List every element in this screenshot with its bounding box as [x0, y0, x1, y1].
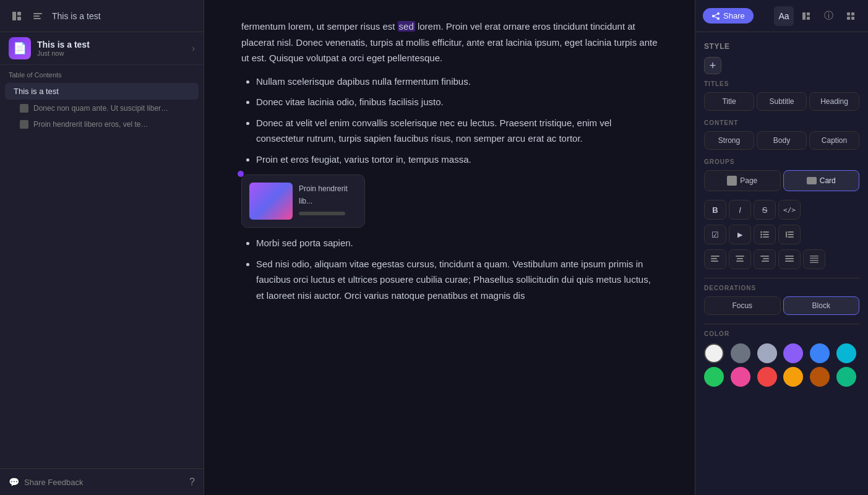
color-swatch-red[interactable]: [757, 367, 777, 387]
svg-line-10: [715, 17, 717, 18]
align-justify-icon: [785, 256, 794, 263]
caption-button[interactable]: Caption: [809, 131, 859, 150]
page-icon: [20, 104, 28, 113]
svg-rect-27: [788, 236, 794, 238]
toolbar-right-icons: Aa ⓘ: [774, 6, 861, 26]
list-item-6: Sed nisi odio, aliquam vitae egestas cur…: [256, 256, 658, 304]
feedback-help-icon[interactable]: ?: [189, 476, 195, 488]
list-item-2: Donec vitae lacinia odio, finibus facili…: [256, 94, 658, 110]
page-button[interactable]: Page: [704, 170, 781, 191]
doc-arrow-icon[interactable]: ›: [192, 43, 195, 53]
ordered-list-icon: [785, 231, 794, 238]
svg-rect-5: [33, 18, 41, 19]
toc-item-main[interactable]: This is a test: [5, 83, 199, 100]
main-editor[interactable]: fermentum lorem, ut semper risus est sed…: [204, 0, 695, 495]
color-swatch-light-purple[interactable]: [757, 343, 777, 363]
color-swatch-blue[interactable]: [810, 343, 830, 363]
color-swatch-orange[interactable]: [783, 367, 803, 387]
card-text: Proin hendrerit lib...: [299, 183, 357, 208]
doc-entry[interactable]: 📄 This is a test Just now ›: [0, 32, 204, 65]
svg-rect-12: [807, 12, 810, 15]
svg-point-6: [717, 12, 720, 15]
deco-row: Focus Block: [704, 296, 859, 315]
svg-rect-26: [788, 234, 794, 235]
svg-rect-32: [737, 258, 743, 259]
toc-sub-item-1[interactable]: Donec non quam ante. Ut suscipit liber…: [5, 101, 199, 116]
heading-button[interactable]: Heading: [809, 92, 859, 111]
style-panel-btn[interactable]: Aa: [774, 6, 794, 26]
svg-rect-2: [17, 17, 21, 20]
title-button[interactable]: Title: [704, 92, 754, 111]
share-icon: [711, 12, 720, 20]
italic-button[interactable]: I: [729, 200, 751, 220]
toc-sub-label-1: Donec non quam ante. Ut suscipit liber…: [33, 104, 168, 113]
layout-panel-icon: [802, 12, 810, 20]
align-left-icon: [711, 256, 720, 263]
svg-rect-15: [851, 12, 854, 15]
focus-button[interactable]: Focus: [704, 296, 781, 315]
layout-icon[interactable]: [9, 8, 25, 24]
add-element-button[interactable]: +: [704, 57, 721, 74]
card-thumbnail: [249, 183, 293, 220]
toggle-button[interactable]: ▶: [729, 225, 751, 244]
svg-rect-4: [33, 15, 40, 17]
checkbox-button[interactable]: ☑: [704, 225, 726, 244]
format-row-2: ☑ ▶: [704, 225, 859, 244]
strong-button[interactable]: Strong: [704, 131, 754, 150]
more-panel-btn[interactable]: [841, 6, 861, 26]
toc-sub-item-2[interactable]: Proin hendrerit libero eros, vel te…: [5, 117, 199, 132]
doc-title: This is a test: [37, 40, 186, 50]
paragraph-1: fermentum lorem, ut semper risus est sed…: [241, 19, 658, 66]
titles-btn-group: Title Subtitle Heading: [704, 92, 859, 111]
align-left-button[interactable]: [704, 249, 726, 269]
decorations-label: DECORATIONS: [704, 285, 859, 291]
bold-button[interactable]: B: [704, 200, 726, 220]
feedback-icon: 💬: [9, 477, 19, 487]
color-swatch-pink[interactable]: [731, 367, 750, 387]
block-button[interactable]: Block: [783, 296, 860, 315]
svg-rect-39: [785, 260, 794, 262]
svg-rect-37: [785, 256, 794, 257]
color-swatch-purple[interactable]: [783, 343, 803, 363]
svg-rect-16: [847, 17, 850, 20]
color-swatch-emerald[interactable]: [836, 367, 856, 387]
unordered-list-button[interactable]: [754, 225, 776, 244]
svg-rect-14: [847, 12, 850, 15]
color-swatch-cyan[interactable]: [836, 343, 856, 363]
color-swatch-white[interactable]: [704, 343, 724, 363]
svg-rect-13: [807, 17, 810, 20]
card-embed[interactable]: Proin hendrerit lib...: [241, 174, 365, 228]
share-feedback-button[interactable]: 💬 Share Feedback ?: [0, 468, 204, 495]
card-button[interactable]: Card: [783, 170, 860, 191]
align-center-button[interactable]: [729, 249, 751, 269]
subtitle-button[interactable]: Subtitle: [757, 92, 807, 111]
toc-sub-label-2: Proin hendrerit libero eros, vel te…: [33, 120, 148, 129]
card-content: Proin hendrerit lib...: [299, 183, 357, 215]
page-btn-icon: [727, 176, 737, 186]
sidebar-toggle-icon[interactable]: [30, 8, 46, 24]
code-button[interactable]: </>: [778, 200, 801, 220]
svg-rect-25: [788, 231, 794, 233]
share-button[interactable]: Share: [703, 8, 754, 24]
list-item-4: Proin et eros feugiat, varius tortor in,…: [256, 152, 658, 168]
svg-point-8: [717, 17, 720, 20]
ordered-list-button[interactable]: [778, 225, 801, 244]
align-justify-button[interactable]: [778, 249, 801, 269]
info-panel-btn[interactable]: ⓘ: [819, 6, 838, 26]
color-swatch-amber[interactable]: [810, 367, 830, 387]
svg-rect-33: [736, 260, 744, 262]
align-right-button[interactable]: [754, 249, 776, 269]
color-swatch-green[interactable]: [704, 367, 724, 387]
align-distribute-button[interactable]: [803, 249, 825, 269]
doc-icon: 📄: [9, 37, 31, 59]
body-button[interactable]: Body: [757, 131, 807, 150]
layout-panel-btn[interactable]: [796, 6, 816, 26]
strikethrough-button[interactable]: S: [754, 200, 776, 220]
color-swatch-gray[interactable]: [731, 343, 750, 363]
svg-rect-35: [763, 258, 769, 259]
svg-rect-3: [33, 13, 42, 14]
sidebar-header: This is a test: [0, 0, 204, 32]
sidebar: This is a test 📄 This is a test Just now…: [0, 0, 204, 495]
style-label: Style: [704, 42, 859, 51]
doc-time: Just now: [37, 50, 186, 57]
